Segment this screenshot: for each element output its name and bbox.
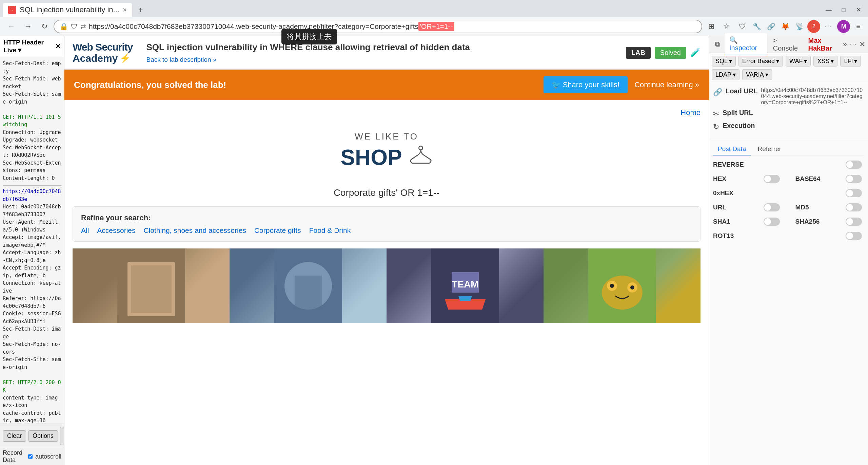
continue-learning-button[interactable]: Continue learning » xyxy=(634,80,699,89)
tab-title: SQL injection vulnerability in... xyxy=(20,5,119,14)
chevron-down-icon: ▾ xyxy=(831,57,834,65)
execution-label: Execution xyxy=(723,122,755,130)
base64-toggle[interactable] xyxy=(846,175,862,183)
encoder-tabs: Post Data Referrer xyxy=(713,143,864,156)
home-link-area: Home xyxy=(73,108,701,117)
window-controls: — □ ✕ xyxy=(822,4,865,15)
xss-dropdown[interactable]: XSS ▾ xyxy=(813,56,837,67)
md5-toggle[interactable] xyxy=(846,203,862,211)
devtools-overflow-button[interactable]: ⋯ xyxy=(850,40,856,49)
link-icon: 🔗 xyxy=(713,88,722,97)
search-link-clothing[interactable]: Clothing, shoes and accessories xyxy=(144,226,246,235)
extension-overflow-button[interactable]: ⋯ xyxy=(822,20,834,33)
split-url-label: Split URL xyxy=(723,109,753,117)
options-button[interactable]: Options xyxy=(28,430,58,442)
product-item-2[interactable] xyxy=(230,248,387,323)
minimize-button[interactable]: — xyxy=(822,4,835,15)
browser-tab[interactable]: 🔖 SQL injection vulnerability in... × xyxy=(3,3,132,17)
search-link-all[interactable]: All xyxy=(81,226,89,235)
ldap-dropdown[interactable]: LDAP ▾ xyxy=(712,69,739,80)
refresh-button[interactable]: ↻ xyxy=(38,20,51,33)
extension-key-button[interactable]: 🔧 xyxy=(750,20,763,33)
http-log-entry-2: https://0a4c00c7048db7f683e Host: 0a4c00… xyxy=(3,188,61,424)
error-based-dropdown[interactable]: Error Based ▾ xyxy=(738,56,783,67)
http-panel-close-icon[interactable]: ✕ xyxy=(55,42,61,50)
close-button[interactable]: ✕ xyxy=(852,4,865,15)
nav-actions: ⊞ ☆ xyxy=(705,20,733,33)
new-tab-button[interactable]: + xyxy=(135,4,146,16)
hex-label: HEX xyxy=(713,175,726,183)
product-item-4[interactable] xyxy=(544,248,701,323)
page-content: Web Security Academy ⚡ SQL injection vul… xyxy=(64,36,709,465)
extension-pulse-button[interactable]: 📡 xyxy=(793,20,806,33)
url-display[interactable]: https://0a4c00c7048db7f683eb373300710044… xyxy=(89,22,696,31)
lfi-dropdown[interactable]: LFI ▾ xyxy=(840,56,861,67)
share-button[interactable]: 🐦 Share your skills! xyxy=(544,76,628,93)
search-link-food[interactable]: Food & Drink xyxy=(309,226,351,235)
search-link-corporate[interactable]: Corporate gifts xyxy=(254,226,301,235)
solved-icon: 🧪 xyxy=(690,48,701,57)
extensions-area: 🛡 🔧 🔗 🦊 📡 2 ⋯ xyxy=(736,20,834,33)
search-link-accessories[interactable]: Accessories xyxy=(97,226,135,235)
svg-rect-3 xyxy=(131,265,172,313)
encoder-options: REVERSE HEX BASE64 xyxy=(713,159,864,241)
lab-badges: LAB Solved 🧪 xyxy=(626,47,701,59)
profile-button[interactable]: M xyxy=(837,20,850,33)
url-encode-label: URL xyxy=(713,204,726,211)
academy-header: Web Security Academy ⚡ SQL injection vul… xyxy=(64,36,709,70)
sha256-toggle[interactable] xyxy=(846,218,862,226)
translate-icon: ⇄ xyxy=(80,22,86,31)
load-url-row: 🔗 Load URL https://0a4c00c7048db7f683eb3… xyxy=(713,87,864,106)
http-log-entry: Sec-Fetch-Dest: empty Sec-Fetch-Mode: we… xyxy=(3,60,61,182)
maximize-button[interactable]: □ xyxy=(837,4,850,15)
home-link[interactable]: Home xyxy=(680,108,701,117)
bookmark-button[interactable]: ☆ xyxy=(720,20,733,33)
devtools-undock-button[interactable]: ⧉ xyxy=(712,38,723,50)
address-bar[interactable]: 🔒 🛡 ⇄ https://0a4c00c7048db7f683eb373300… xyxy=(54,20,702,33)
congrats-text: Congratulations, you solved the lab! xyxy=(74,80,537,90)
waf-dropdown[interactable]: WAF ▾ xyxy=(786,56,811,67)
forward-button[interactable]: → xyxy=(21,20,35,33)
back-to-lab-link[interactable]: Back to lab description » xyxy=(146,56,217,63)
extension-ff-button[interactable]: 🦊 xyxy=(779,20,792,33)
devtools-more-button[interactable]: » xyxy=(843,40,847,49)
tab-console[interactable]: > Console xyxy=(768,34,804,55)
reverse-toggle-switch[interactable] xyxy=(846,161,862,169)
svg-marker-11 xyxy=(458,296,472,301)
inspector-toolbar: SQL ▾ Error Based ▾ WAF ▾ XSS ▾ LFI ▾ xyxy=(709,53,868,83)
logo-lightning-icon: ⚡ xyxy=(120,53,131,63)
extension-shield-button[interactable]: 🛡 xyxy=(736,20,749,33)
rot13-toggle[interactable] xyxy=(846,232,862,240)
chevron-down-icon: ▾ xyxy=(854,57,857,65)
back-button[interactable]: ← xyxy=(4,20,18,33)
inspector-content: SQL ▾ Error Based ▾ WAF ▾ XSS ▾ LFI ▾ xyxy=(709,53,868,465)
hex-toggle[interactable] xyxy=(764,175,780,183)
grid-view-button[interactable]: ⊞ xyxy=(705,20,718,33)
reverse-label: REVERSE xyxy=(713,161,744,168)
referrer-tab[interactable]: Referrer xyxy=(753,143,786,155)
product-item-1[interactable] xyxy=(73,248,230,323)
extension-badge[interactable]: 2 xyxy=(807,20,820,33)
tab-inspector[interactable]: 🔍 Inspector xyxy=(725,33,767,55)
varia-dropdown[interactable]: VARIA ▾ xyxy=(742,69,772,80)
devtools-panel: ⧉ 🔍 Inspector > Console Max HakBar » ⋯ ✕… xyxy=(709,36,868,465)
menu-button[interactable]: ≡ xyxy=(853,20,864,33)
products-grid: TEAM xyxy=(73,248,701,323)
record-data-checkbox[interactable] xyxy=(28,453,33,460)
sql-dropdown[interactable]: SQL ▾ xyxy=(712,56,736,67)
user-label: Max HakBar xyxy=(808,37,842,52)
clear-button[interactable]: Clear xyxy=(3,430,26,442)
post-data-tab[interactable]: Post Data xyxy=(713,143,751,155)
sha1-toggle[interactable] xyxy=(764,218,780,226)
tab-bar: 🔖 SQL injection vulnerability in... × + … xyxy=(0,0,868,17)
chevron-down-icon: ▾ xyxy=(729,57,732,65)
devtools-close-button[interactable]: ✕ xyxy=(859,40,865,49)
product-item-3[interactable]: TEAM xyxy=(387,248,544,323)
chevron-down-icon: ▾ xyxy=(765,71,768,78)
tab-close-button[interactable]: × xyxy=(123,6,127,14)
oxhex-row: 0xHEX xyxy=(713,188,864,199)
extension-sync-button[interactable]: 🔗 xyxy=(765,20,777,33)
url-toggle[interactable] xyxy=(764,203,780,211)
reverse-toggle[interactable] xyxy=(844,161,864,169)
oxhex-toggle[interactable] xyxy=(846,189,862,197)
